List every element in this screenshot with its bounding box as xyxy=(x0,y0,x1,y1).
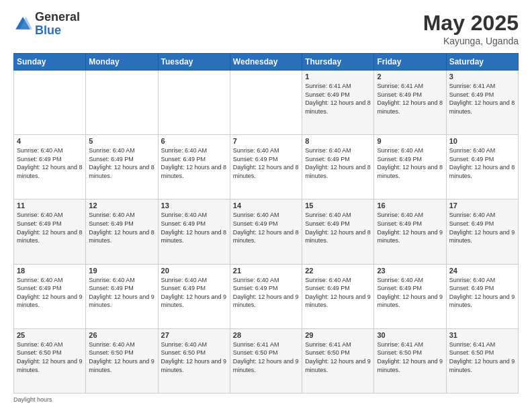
day-number: 1 xyxy=(305,73,371,81)
day-number: 9 xyxy=(377,137,443,145)
day-info: Sunrise: 6:40 AM Sunset: 6:50 PM Dayligh… xyxy=(17,340,83,374)
calendar-cell: 20Sunrise: 6:40 AM Sunset: 6:49 PM Dayli… xyxy=(158,264,230,328)
calendar-cell: 10Sunrise: 6:40 AM Sunset: 6:49 PM Dayli… xyxy=(446,135,518,199)
day-info: Sunrise: 6:40 AM Sunset: 6:49 PM Dayligh… xyxy=(449,211,515,244)
day-number: 13 xyxy=(161,201,227,210)
page-location: Kayunga, Uganda xyxy=(423,36,519,46)
day-number: 7 xyxy=(233,137,299,145)
calendar-cell: 2Sunrise: 6:41 AM Sunset: 6:49 PM Daylig… xyxy=(374,71,446,135)
day-number: 14 xyxy=(233,201,299,210)
day-number: 11 xyxy=(17,201,83,210)
calendar-cell: 11Sunrise: 6:40 AM Sunset: 6:49 PM Dayli… xyxy=(14,199,86,264)
logo-general-text: General xyxy=(35,11,80,24)
day-info: Sunrise: 6:41 AM Sunset: 6:50 PM Dayligh… xyxy=(377,340,443,374)
calendar-week-row: 11Sunrise: 6:40 AM Sunset: 6:49 PM Dayli… xyxy=(14,199,519,264)
calendar-header-wednesday: Wednesday xyxy=(230,54,302,71)
day-info: Sunrise: 6:40 AM Sunset: 6:49 PM Dayligh… xyxy=(161,146,227,180)
calendar-cell xyxy=(230,71,302,135)
calendar-cell: 6Sunrise: 6:40 AM Sunset: 6:49 PM Daylig… xyxy=(158,135,230,199)
day-info: Sunrise: 6:40 AM Sunset: 6:49 PM Dayligh… xyxy=(233,146,299,180)
logo-text: General Blue xyxy=(35,11,80,38)
calendar-cell: 3Sunrise: 6:41 AM Sunset: 6:49 PM Daylig… xyxy=(446,71,518,135)
day-number: 6 xyxy=(161,137,227,145)
day-number: 16 xyxy=(377,201,443,210)
day-info: Sunrise: 6:40 AM Sunset: 6:49 PM Dayligh… xyxy=(161,276,227,310)
day-number: 3 xyxy=(449,73,515,81)
day-info: Sunrise: 6:41 AM Sunset: 6:50 PM Dayligh… xyxy=(305,340,371,374)
day-info: Sunrise: 6:41 AM Sunset: 6:49 PM Dayligh… xyxy=(449,82,515,116)
calendar-week-row: 25Sunrise: 6:40 AM Sunset: 6:50 PM Dayli… xyxy=(14,328,519,393)
day-number: 2 xyxy=(377,73,443,81)
day-number: 26 xyxy=(89,331,154,339)
day-info: Sunrise: 6:40 AM Sunset: 6:49 PM Dayligh… xyxy=(377,276,443,310)
day-number: 29 xyxy=(305,331,371,339)
day-number: 18 xyxy=(17,267,83,275)
day-info: Sunrise: 6:40 AM Sunset: 6:50 PM Dayligh… xyxy=(89,340,154,374)
calendar-cell xyxy=(14,71,86,135)
day-number: 25 xyxy=(17,331,83,339)
logo-blue-text: Blue xyxy=(35,24,80,38)
day-number: 30 xyxy=(377,331,443,339)
calendar-header-thursday: Thursday xyxy=(302,54,374,71)
day-info: Sunrise: 6:40 AM Sunset: 6:49 PM Dayligh… xyxy=(305,146,371,180)
day-info: Sunrise: 6:40 AM Sunset: 6:49 PM Dayligh… xyxy=(161,211,227,244)
calendar-cell: 28Sunrise: 6:41 AM Sunset: 6:50 PM Dayli… xyxy=(230,328,302,393)
calendar-header-sunday: Sunday xyxy=(14,54,86,71)
calendar-header-friday: Friday xyxy=(374,54,446,71)
day-number: 8 xyxy=(305,137,371,145)
calendar-cell xyxy=(158,71,230,135)
day-info: Sunrise: 6:40 AM Sunset: 6:49 PM Dayligh… xyxy=(89,211,154,244)
day-info: Sunrise: 6:40 AM Sunset: 6:49 PM Dayligh… xyxy=(233,211,299,244)
day-number: 12 xyxy=(89,201,154,210)
day-info: Sunrise: 6:40 AM Sunset: 6:50 PM Dayligh… xyxy=(161,340,227,374)
day-info: Sunrise: 6:40 AM Sunset: 6:49 PM Dayligh… xyxy=(377,146,443,180)
day-info: Sunrise: 6:40 AM Sunset: 6:49 PM Dayligh… xyxy=(89,146,154,180)
calendar-cell: 5Sunrise: 6:40 AM Sunset: 6:49 PM Daylig… xyxy=(86,135,158,199)
logo-icon xyxy=(13,15,32,34)
calendar-cell: 1Sunrise: 6:41 AM Sunset: 6:49 PM Daylig… xyxy=(302,71,374,135)
calendar-cell: 17Sunrise: 6:40 AM Sunset: 6:49 PM Dayli… xyxy=(446,199,518,264)
day-number: 23 xyxy=(377,267,443,275)
calendar-cell: 15Sunrise: 6:40 AM Sunset: 6:49 PM Dayli… xyxy=(302,199,374,264)
day-number: 21 xyxy=(233,267,299,275)
day-info: Sunrise: 6:41 AM Sunset: 6:50 PM Dayligh… xyxy=(233,340,299,374)
day-info: Sunrise: 6:40 AM Sunset: 6:49 PM Dayligh… xyxy=(305,211,371,244)
calendar-week-row: 1Sunrise: 6:41 AM Sunset: 6:49 PM Daylig… xyxy=(14,71,519,135)
calendar-cell: 26Sunrise: 6:40 AM Sunset: 6:50 PM Dayli… xyxy=(86,328,158,393)
day-info: Sunrise: 6:40 AM Sunset: 6:49 PM Dayligh… xyxy=(17,211,83,244)
day-number: 5 xyxy=(89,137,154,145)
daylight-label: Daylight hours xyxy=(13,396,52,403)
page: General Blue May 2025 Kayunga, Uganda Su… xyxy=(0,0,532,411)
day-info: Sunrise: 6:40 AM Sunset: 6:49 PM Dayligh… xyxy=(449,146,515,180)
calendar-header-tuesday: Tuesday xyxy=(158,54,230,71)
calendar-cell: 16Sunrise: 6:40 AM Sunset: 6:49 PM Dayli… xyxy=(374,199,446,264)
calendar-cell: 22Sunrise: 6:40 AM Sunset: 6:49 PM Dayli… xyxy=(302,264,374,328)
day-number: 10 xyxy=(449,137,515,145)
day-info: Sunrise: 6:40 AM Sunset: 6:49 PM Dayligh… xyxy=(233,276,299,310)
calendar-cell: 31Sunrise: 6:41 AM Sunset: 6:50 PM Dayli… xyxy=(446,328,518,393)
day-info: Sunrise: 6:40 AM Sunset: 6:49 PM Dayligh… xyxy=(17,146,83,180)
calendar-cell xyxy=(86,71,158,135)
day-info: Sunrise: 6:41 AM Sunset: 6:49 PM Dayligh… xyxy=(305,82,371,116)
day-info: Sunrise: 6:40 AM Sunset: 6:49 PM Dayligh… xyxy=(89,276,154,310)
calendar-week-row: 18Sunrise: 6:40 AM Sunset: 6:49 PM Dayli… xyxy=(14,264,519,328)
calendar-week-row: 4Sunrise: 6:40 AM Sunset: 6:49 PM Daylig… xyxy=(14,135,519,199)
calendar-cell: 21Sunrise: 6:40 AM Sunset: 6:49 PM Dayli… xyxy=(230,264,302,328)
day-info: Sunrise: 6:41 AM Sunset: 6:49 PM Dayligh… xyxy=(377,82,443,116)
day-number: 17 xyxy=(449,201,515,210)
day-info: Sunrise: 6:40 AM Sunset: 6:49 PM Dayligh… xyxy=(449,276,515,310)
calendar-header-row: SundayMondayTuesdayWednesdayThursdayFrid… xyxy=(14,54,519,71)
calendar-header-monday: Monday xyxy=(86,54,158,71)
day-info: Sunrise: 6:40 AM Sunset: 6:49 PM Dayligh… xyxy=(305,276,371,310)
title-block: May 2025 Kayunga, Uganda xyxy=(423,11,519,46)
footer-note: Daylight hours xyxy=(13,396,519,403)
calendar-cell: 27Sunrise: 6:40 AM Sunset: 6:50 PM Dayli… xyxy=(158,328,230,393)
calendar-cell: 30Sunrise: 6:41 AM Sunset: 6:50 PM Dayli… xyxy=(374,328,446,393)
calendar-table: SundayMondayTuesdayWednesdayThursdayFrid… xyxy=(13,53,519,394)
calendar-cell: 7Sunrise: 6:40 AM Sunset: 6:49 PM Daylig… xyxy=(230,135,302,199)
calendar-cell: 12Sunrise: 6:40 AM Sunset: 6:49 PM Dayli… xyxy=(86,199,158,264)
calendar-cell: 13Sunrise: 6:40 AM Sunset: 6:49 PM Dayli… xyxy=(158,199,230,264)
calendar-header-saturday: Saturday xyxy=(446,54,518,71)
page-title: May 2025 xyxy=(423,11,519,36)
day-number: 15 xyxy=(305,201,371,210)
